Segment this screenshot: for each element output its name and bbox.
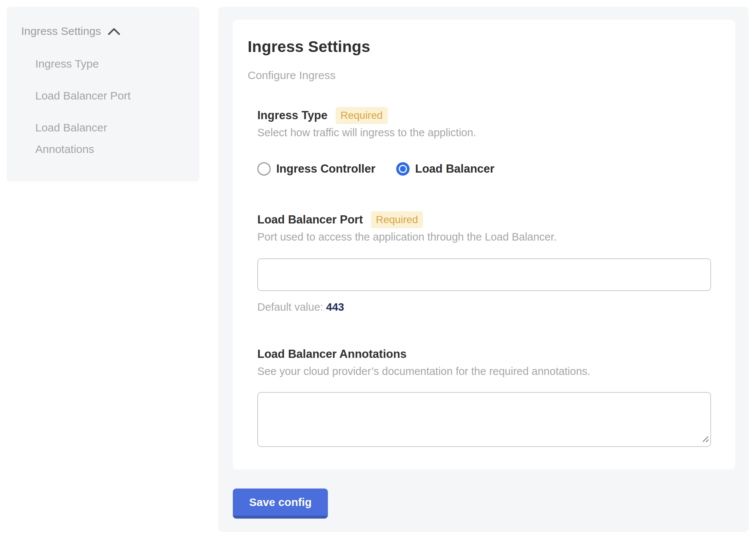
required-badge: Required: [336, 107, 388, 124]
sidebar-group-label: Ingress Settings: [21, 24, 101, 38]
sidebar-item-list: Ingress Type Load Balancer Port Load Bal…: [21, 53, 185, 160]
load-balancer-port-input[interactable]: [257, 258, 711, 291]
field-group-load-balancer-annotations: Load Balancer Annotations See your cloud…: [257, 346, 711, 447]
field-group-load-balancer-port: Load Balancer Port Required Port used to…: [257, 211, 711, 314]
default-value-help: Default value:443: [257, 300, 711, 314]
sidebar-item-ingress-type[interactable]: Ingress Type: [35, 53, 162, 75]
resize-handle-icon[interactable]: [703, 436, 709, 444]
config-nav-sidebar: Ingress Settings Ingress Type Load Balan…: [7, 7, 199, 182]
radio-selected-dot: [400, 166, 406, 172]
config-card: Ingress Settings Configure Ingress Ingre…: [233, 20, 735, 470]
heading-row: Load Balancer Port Required: [257, 211, 711, 228]
heading-row: Ingress Type Required: [257, 107, 711, 124]
section-heading-load-balancer-annotations: Load Balancer Annotations: [257, 347, 407, 362]
section-heading-ingress-type: Ingress Type: [257, 108, 328, 123]
section-description-load-balancer-annotations: See your cloud provider’s documentation …: [257, 364, 711, 379]
chevron-up-icon: [108, 25, 120, 39]
radio-label-load-balancer: Load Balancer: [415, 162, 495, 176]
load-balancer-annotations-textarea[interactable]: [257, 392, 711, 447]
radio-ingress-controller[interactable]: [257, 162, 271, 176]
field-group-ingress-type: Ingress Type Required Select how traffic…: [257, 107, 711, 176]
default-value-number: 443: [326, 301, 344, 313]
radio-load-balancer[interactable]: [396, 162, 410, 176]
page-subtitle: Configure Ingress: [248, 68, 711, 82]
page-title: Ingress Settings: [248, 37, 711, 56]
save-config-button[interactable]: Save config: [233, 489, 328, 519]
section-description-ingress-type: Select how traffic will ingress to the a…: [257, 125, 711, 140]
textarea-wrap: [257, 392, 711, 447]
heading-row: Load Balancer Annotations: [257, 346, 711, 363]
ingress-type-radio-group: Ingress Controller Load Balancer: [257, 162, 711, 176]
radio-label-ingress-controller: Ingress Controller: [276, 162, 375, 176]
section-heading-load-balancer-port: Load Balancer Port: [257, 212, 363, 227]
radio-option-load-balancer[interactable]: Load Balancer: [396, 162, 495, 176]
required-badge: Required: [371, 211, 423, 228]
default-value-label: Default value:: [257, 301, 323, 313]
config-panel: Ingress Settings Configure Ingress Ingre…: [218, 7, 749, 532]
radio-option-ingress-controller[interactable]: Ingress Controller: [257, 162, 375, 176]
sidebar-item-load-balancer-annotations[interactable]: Load Balancer Annotations: [35, 117, 162, 160]
sidebar-item-load-balancer-port[interactable]: Load Balancer Port: [35, 85, 162, 107]
sidebar-group-ingress-settings[interactable]: Ingress Settings: [21, 24, 185, 39]
section-description-load-balancer-port: Port used to access the application thro…: [257, 230, 711, 244]
